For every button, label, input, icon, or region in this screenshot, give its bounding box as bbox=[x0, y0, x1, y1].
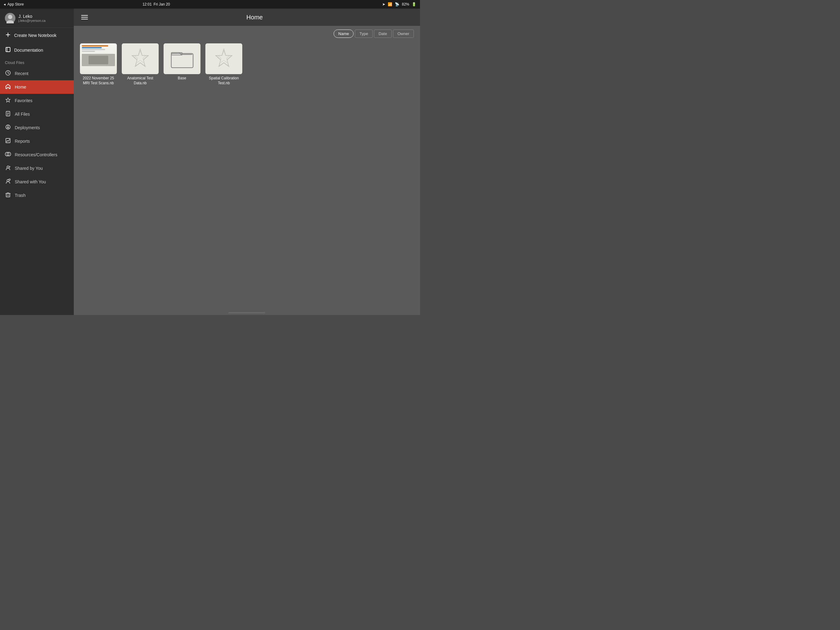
sidebar-all-files-label: All Files bbox=[15, 112, 30, 117]
plus-icon bbox=[5, 32, 11, 39]
svg-line-9 bbox=[8, 73, 9, 73]
file-name-anatomical: Anatomical Test Data.nb bbox=[122, 76, 159, 85]
back-arrow-icon: ◂ bbox=[4, 2, 6, 6]
documentation-label: Documentation bbox=[14, 47, 43, 52]
sidebar-item-home[interactable]: Home bbox=[0, 80, 74, 94]
documentation-button[interactable]: Documentation bbox=[0, 43, 74, 57]
preview-content bbox=[80, 43, 117, 74]
status-date: Fri Jan 20 bbox=[153, 2, 170, 6]
user-info: J. Leko j.leko@ryerson.ca bbox=[19, 14, 46, 22]
sidebar-home-label: Home bbox=[15, 85, 26, 90]
preview-image-area bbox=[82, 54, 115, 66]
sidebar-shared-by-you-label: Shared by You bbox=[15, 166, 43, 171]
svg-rect-5 bbox=[6, 47, 10, 52]
bottom-scroll-indicator bbox=[74, 310, 420, 315]
folder-svg bbox=[171, 49, 194, 68]
sidebar-item-shared-by-you[interactable]: Shared by You bbox=[0, 161, 74, 175]
sidebar-item-shared-with-you[interactable]: Shared with You bbox=[0, 175, 74, 188]
sidebar-item-resources[interactable]: Resources/Controllers bbox=[0, 148, 74, 161]
sidebar-item-deployments[interactable]: Deployments bbox=[0, 121, 74, 135]
clock-icon bbox=[5, 70, 11, 77]
file-item-spatial[interactable]: Spatial Calibration Test.nb bbox=[205, 43, 242, 85]
status-right: ➤ 📶 📡 82% 🔋 bbox=[382, 2, 416, 6]
create-notebook-button[interactable]: Create New Notebook bbox=[0, 28, 74, 43]
user-email: j.leko@ryerson.ca bbox=[19, 19, 46, 22]
file-grid: 2022 November 25 MRI Test Scans.nb Anato… bbox=[74, 40, 420, 310]
app-store-label: App Store bbox=[7, 2, 24, 6]
user-name: J. Leko bbox=[19, 14, 46, 19]
file-thumbnail-spatial bbox=[205, 43, 242, 74]
file-name-mri: 2022 November 25 MRI Test Scans.nb bbox=[80, 76, 117, 85]
notebook-star-svg-2 bbox=[213, 48, 235, 70]
preview-line-3 bbox=[82, 49, 105, 50]
svg-rect-4 bbox=[6, 35, 10, 35]
sidebar: J. Leko j.leko@ryerson.ca Create New Not… bbox=[0, 9, 74, 315]
notebook-star-svg bbox=[129, 48, 151, 70]
file-item-anatomical[interactable]: Anatomical Test Data.nb bbox=[122, 43, 159, 85]
page-title: Home bbox=[95, 14, 414, 21]
hamburger-line-2 bbox=[81, 17, 88, 17]
battery-label: 82% bbox=[402, 2, 409, 6]
sidebar-reports-label: Reports bbox=[15, 139, 30, 144]
svg-rect-16 bbox=[6, 138, 10, 143]
sidebar-trash-label: Trash bbox=[15, 193, 25, 198]
sidebar-item-recent[interactable]: Recent bbox=[0, 67, 74, 80]
top-header: Home bbox=[74, 9, 420, 26]
file-name-base: Base bbox=[178, 76, 186, 81]
svg-rect-22 bbox=[6, 193, 10, 197]
share-out-icon bbox=[5, 165, 11, 172]
home-icon bbox=[5, 84, 11, 90]
sort-type-button[interactable]: Type bbox=[355, 30, 373, 38]
file-thumbnail-base bbox=[164, 43, 201, 74]
trash-icon bbox=[5, 192, 11, 199]
resources-icon bbox=[5, 151, 11, 158]
sidebar-item-all-files[interactable]: All Files bbox=[0, 108, 74, 121]
app-container: J. Leko j.leko@ryerson.ca Create New Not… bbox=[0, 9, 420, 315]
status-bar: ◂ App Store 12:01 Fri Jan 20 ➤ 📶 📡 82% 🔋 bbox=[0, 0, 420, 9]
user-section: J. Leko j.leko@ryerson.ca bbox=[0, 9, 74, 28]
sort-bar: Name Type Date Owner bbox=[74, 26, 420, 40]
create-notebook-label: Create New Notebook bbox=[14, 33, 57, 38]
sidebar-recent-label: Recent bbox=[15, 71, 28, 76]
avatar bbox=[5, 13, 15, 24]
star-icon bbox=[5, 97, 11, 104]
book-icon bbox=[5, 46, 11, 54]
signal-icon: 📡 bbox=[395, 2, 399, 6]
sidebar-resources-label: Resources/Controllers bbox=[15, 152, 57, 157]
preview-line-2 bbox=[82, 47, 102, 48]
sidebar-shared-with-you-label: Shared with You bbox=[15, 179, 46, 184]
cloud-files-label: Cloud Files bbox=[0, 57, 74, 67]
status-left: ◂ App Store 12:01 Fri Jan 20 bbox=[4, 2, 170, 6]
location-icon: ➤ bbox=[382, 2, 385, 6]
svg-point-21 bbox=[9, 179, 11, 180]
preview-line-4 bbox=[82, 51, 95, 52]
hamburger-button[interactable] bbox=[80, 14, 89, 21]
sort-name-button[interactable]: Name bbox=[333, 30, 354, 38]
preview-image-inner bbox=[88, 56, 109, 64]
sort-date-button[interactable]: Date bbox=[374, 30, 392, 38]
file-thumbnail-mri bbox=[80, 43, 117, 74]
battery-icon: 🔋 bbox=[412, 2, 416, 6]
file-name-spatial: Spatial Calibration Test.nb bbox=[205, 76, 242, 85]
svg-rect-26 bbox=[171, 54, 193, 68]
file-item-base[interactable]: Base bbox=[164, 43, 201, 85]
share-in-icon bbox=[5, 179, 11, 185]
sidebar-item-reports[interactable]: Reports bbox=[0, 135, 74, 148]
preview-line-1 bbox=[82, 45, 108, 46]
svg-point-1 bbox=[8, 15, 12, 19]
reports-icon bbox=[5, 138, 11, 144]
file-icon bbox=[5, 111, 11, 117]
status-time: 12:01 bbox=[142, 2, 152, 6]
file-thumbnail-anatomical bbox=[122, 43, 159, 74]
main-content: Home Name Type Date Owner bbox=[74, 9, 420, 315]
sort-owner-button[interactable]: Owner bbox=[393, 30, 414, 38]
deployments-icon bbox=[5, 124, 11, 131]
wifi-icon: 📶 bbox=[388, 2, 392, 6]
scroll-pill bbox=[229, 312, 265, 313]
file-item-mri-scans[interactable]: 2022 November 25 MRI Test Scans.nb bbox=[80, 43, 117, 85]
sidebar-item-favorites[interactable]: Favorites bbox=[0, 94, 74, 108]
sidebar-deployments-label: Deployments bbox=[15, 125, 40, 130]
hamburger-line-3 bbox=[81, 19, 88, 19]
sidebar-favorites-label: Favorites bbox=[15, 98, 33, 103]
sidebar-item-trash[interactable]: Trash bbox=[0, 188, 74, 202]
